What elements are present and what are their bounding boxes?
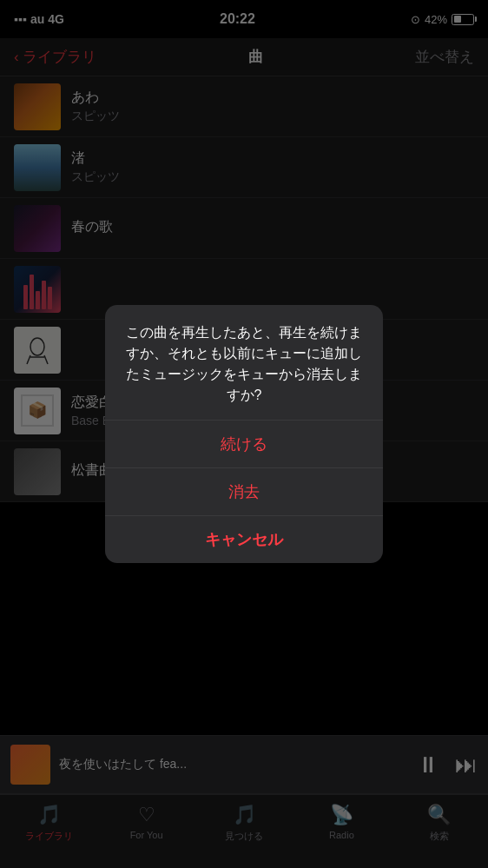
alert-dialog: この曲を再生したあと、再生を続けますか、それとも以前にキューに追加したミュージッ… — [105, 305, 383, 563]
alert-message: この曲を再生したあと、再生を続けますか、それとも以前にキューに追加したミュージッ… — [122, 322, 366, 406]
clear-button[interactable]: 消去 — [105, 468, 383, 515]
continue-button[interactable]: 続ける — [105, 421, 383, 467]
alert-body: この曲を再生したあと、再生を続けますか、それとも以前にキューに追加したミュージッ… — [105, 305, 383, 420]
cancel-button[interactable]: キャンセル — [105, 516, 383, 563]
overlay: この曲を再生したあと、再生を続けますか、それとも以前にキューに追加したミュージッ… — [0, 0, 488, 868]
